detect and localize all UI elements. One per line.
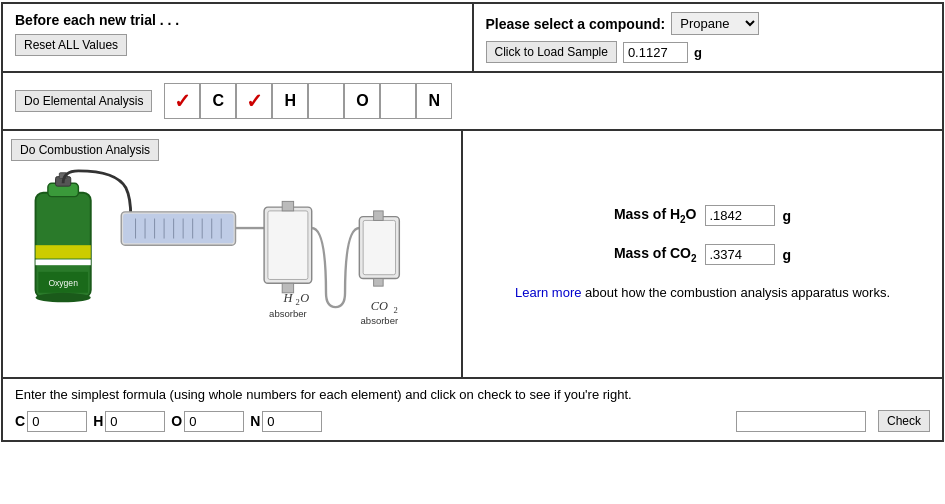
check-c-icon: ✓: [174, 89, 191, 113]
svg-text:2: 2: [394, 305, 398, 315]
compound-row: Please select a compound: Propane Methan…: [486, 12, 931, 35]
formula-c-label: C: [15, 413, 25, 429]
sample-mass-input[interactable]: [623, 42, 688, 63]
sample-mass-unit: g: [694, 45, 702, 60]
mass-h2o-label: Mass of H2O: [614, 206, 697, 225]
formula-n-element: N: [250, 411, 322, 432]
svg-rect-4: [36, 245, 91, 258]
check-n-cell: [380, 83, 416, 119]
element-h-label: H: [285, 92, 297, 110]
element-n-label: N: [429, 92, 441, 110]
formula-c-input[interactable]: [27, 411, 87, 432]
element-h-cell: H: [272, 83, 308, 119]
svg-rect-20: [123, 214, 233, 244]
formula-h-label: H: [93, 413, 103, 429]
svg-text:CO: CO: [371, 299, 388, 313]
reset-all-button[interactable]: Reset ALL Values: [15, 34, 127, 56]
svg-text:absorber: absorber: [269, 308, 307, 319]
mass-co2-input[interactable]: [705, 244, 775, 265]
svg-rect-29: [374, 279, 384, 287]
sample-row: Click to Load Sample g: [486, 41, 931, 63]
check-c-cell: ✓: [164, 83, 200, 119]
formula-h-element: H: [93, 411, 165, 432]
element-n-cell: N: [416, 83, 452, 119]
check-h-icon: ✓: [246, 89, 263, 113]
formula-h-input[interactable]: [105, 411, 165, 432]
compound-select[interactable]: Propane Methane Ethane Butane Ethylene A…: [671, 12, 759, 35]
svg-rect-28: [374, 211, 384, 221]
svg-rect-5: [36, 259, 91, 265]
top-left-panel: Before each new trial . . . Reset ALL Va…: [3, 4, 474, 71]
mass-h2o-row: Mass of H2O g: [614, 205, 791, 226]
do-elemental-button[interactable]: Do Elemental Analysis: [15, 90, 152, 112]
load-sample-button[interactable]: Click to Load Sample: [486, 41, 617, 63]
svg-rect-23: [268, 211, 308, 280]
formula-inputs: C H O N Check: [15, 410, 930, 432]
learn-more-link[interactable]: Learn more: [515, 285, 581, 300]
formula-o-input[interactable]: [184, 411, 244, 432]
formula-n-label: N: [250, 413, 260, 429]
formula-section: Enter the simplest formula (using whole …: [3, 379, 942, 440]
element-c-label: C: [213, 92, 225, 110]
learn-more-text: about how the combustion analysis appara…: [581, 285, 890, 300]
formula-result-input[interactable]: [736, 411, 866, 432]
element-o-cell: O: [344, 83, 380, 119]
mass-co2-unit: g: [783, 247, 792, 263]
formula-o-element: O: [171, 411, 244, 432]
elemental-section: Do Elemental Analysis ✓ C ✓ H O: [3, 73, 942, 131]
element-o-label: O: [356, 92, 368, 110]
combustion-right: Mass of H2O g Mass of CO2 g Learn more a…: [463, 131, 942, 377]
apparatus-area: Oxygen: [11, 169, 441, 369]
svg-text:Oxygen: Oxygen: [48, 278, 78, 288]
check-h-cell: ✓: [236, 83, 272, 119]
element-c-cell: C: [200, 83, 236, 119]
apparatus-diagram: Oxygen: [11, 169, 441, 369]
formula-c-element: C: [15, 411, 87, 432]
svg-text:2: 2: [296, 297, 300, 307]
mass-co2-label: Mass of CO2: [614, 245, 697, 264]
svg-point-8: [36, 293, 91, 303]
main-section: Do Combustion Analysis: [3, 131, 942, 379]
svg-text:O: O: [300, 291, 309, 305]
formula-n-input[interactable]: [262, 411, 322, 432]
svg-rect-24: [282, 201, 293, 211]
top-right-panel: Please select a compound: Propane Methan…: [474, 4, 943, 71]
mass-co2-row: Mass of CO2 g: [614, 244, 791, 265]
do-combustion-button[interactable]: Do Combustion Analysis: [11, 139, 159, 161]
formula-o-label: O: [171, 413, 182, 429]
check-o-cell: [308, 83, 344, 119]
element-cells: ✓ C ✓ H O N: [164, 83, 452, 119]
main-container: Before each new trial . . . Reset ALL Va…: [1, 2, 944, 442]
combustion-left: Do Combustion Analysis: [3, 131, 463, 377]
mass-h2o-unit: g: [783, 208, 792, 224]
check-button[interactable]: Check: [878, 410, 930, 432]
before-trial-label: Before each new trial . . .: [15, 12, 460, 28]
learn-more-section: Learn more about how the combustion anal…: [515, 283, 890, 303]
formula-instruction: Enter the simplest formula (using whole …: [15, 387, 930, 402]
svg-text:H: H: [282, 291, 293, 305]
select-compound-label: Please select a compound:: [486, 16, 666, 32]
svg-rect-27: [363, 220, 395, 274]
top-section: Before each new trial . . . Reset ALL Va…: [3, 4, 942, 73]
svg-text:absorber: absorber: [361, 315, 399, 326]
mass-h2o-input[interactable]: [705, 205, 775, 226]
